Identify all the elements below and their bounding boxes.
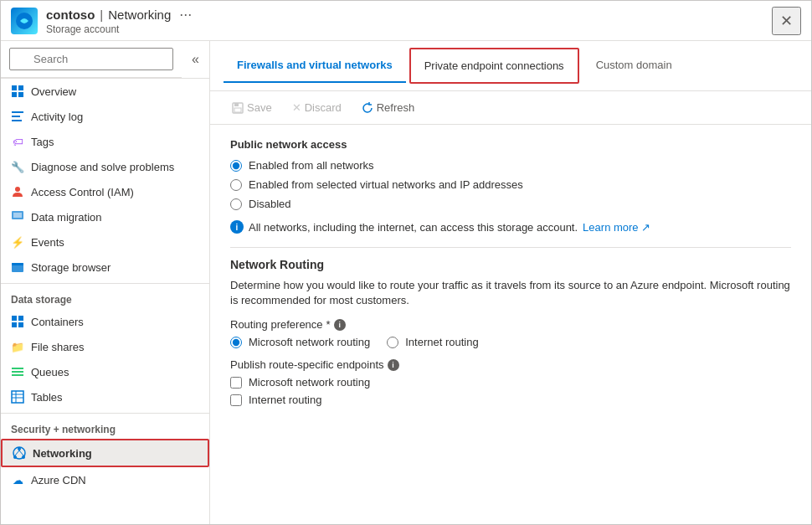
tab-private-endpoint[interactable]: Private endpoint connections — [409, 48, 579, 84]
events-icon: ⚡ — [11, 235, 24, 249]
checkbox-internet-endpoint[interactable]: Internet routing — [230, 394, 791, 406]
main-content: 🔍 « Overview Activity log — [1, 41, 811, 524]
network-access-radio-group: Enabled from all networks Enabled from s… — [230, 159, 791, 210]
svg-rect-16 — [18, 322, 23, 327]
sidebar-item-activity-log[interactable]: Activity log — [1, 104, 209, 129]
svg-rect-12 — [12, 263, 23, 265]
networking-icon — [13, 446, 26, 460]
tabs-bar: Firewalls and virtual networks Private e… — [210, 41, 811, 91]
sidebar-item-tables[interactable]: Tables — [1, 384, 209, 409]
checkbox-ms-endpoint[interactable]: Microsoft network routing — [230, 376, 791, 389]
radio-microsoft-routing[interactable]: Microsoft network routing — [230, 336, 370, 348]
radio-enabled-selected-label: Enabled from selected virtual networks a… — [249, 178, 523, 191]
routing-preference-info[interactable]: i — [334, 319, 346, 331]
sidebar-item-label: Azure CDN — [31, 474, 86, 486]
sidebar-item-label: Networking — [33, 447, 92, 460]
title-dots[interactable]: ··· — [179, 6, 192, 23]
sidebar-item-tags[interactable]: 🏷 Tags — [1, 129, 209, 154]
radio-enabled-selected[interactable]: Enabled from selected virtual networks a… — [230, 178, 791, 191]
radio-microsoft-routing-input[interactable] — [230, 337, 242, 348]
sidebar-item-file-shares[interactable]: 📁 File shares — [1, 334, 209, 359]
sidebar-item-access-control[interactable]: Access Control (IAM) — [1, 179, 209, 204]
info-text: All networks, including the internet, ca… — [249, 221, 578, 234]
discard-label: Discard — [305, 101, 342, 114]
sidebar-item-azure-cdn[interactable]: ☁ Azure CDN — [1, 467, 209, 492]
data-migration-icon — [11, 210, 24, 224]
diagnose-icon: 🔧 — [11, 160, 24, 173]
checkbox-ms-endpoint-input[interactable] — [230, 377, 242, 389]
checkbox-internet-endpoint-input[interactable] — [230, 394, 242, 406]
publish-endpoints-info[interactable]: i — [388, 359, 399, 371]
svg-rect-7 — [12, 120, 22, 121]
radio-internet-routing-label: Internet routing — [405, 336, 478, 348]
routing-preference-label: Routing preference * i — [230, 318, 791, 331]
network-routing-title: Network Routing — [230, 258, 791, 271]
storage-browser-icon — [11, 260, 24, 274]
svg-rect-18 — [12, 371, 23, 373]
title-bar: contoso | Networking ··· Storage account… — [1, 1, 811, 41]
sidebar-item-data-migration[interactable]: Data migration — [1, 204, 209, 229]
save-icon — [232, 102, 244, 114]
radio-disabled-input[interactable] — [230, 198, 242, 210]
search-input[interactable] — [9, 48, 173, 70]
close-button[interactable]: ✕ — [772, 7, 801, 35]
svg-point-26 — [13, 456, 17, 459]
search-wrapper: 🔍 — [9, 48, 173, 70]
routing-desc: Determine how you would like to route yo… — [230, 278, 791, 308]
discard-button[interactable]: ✕ Discard — [284, 98, 350, 117]
save-button[interactable]: Save — [224, 98, 280, 117]
collapse-button[interactable]: « — [182, 45, 209, 74]
svg-rect-20 — [12, 391, 23, 403]
publish-endpoints-text: Publish route-specific endpoints — [230, 358, 384, 371]
radio-enabled-all[interactable]: Enabled from all networks — [230, 159, 791, 172]
svg-rect-32 — [234, 108, 241, 112]
search-section: 🔍 — [1, 41, 182, 78]
sidebar: 🔍 « Overview Activity log — [1, 41, 210, 524]
tab-custom-domain[interactable]: Custom domain — [583, 49, 686, 83]
sidebar-item-overview[interactable]: Overview — [1, 79, 209, 104]
info-row: i All networks, including the internet, … — [230, 220, 791, 234]
section-divider — [230, 247, 791, 248]
sidebar-item-label: Tags — [31, 136, 54, 148]
radio-disabled[interactable]: Disabled — [230, 198, 791, 210]
radio-internet-routing[interactable]: Internet routing — [387, 336, 478, 348]
publish-endpoints-label: Publish route-specific endpoints i — [230, 358, 791, 371]
sidebar-item-containers[interactable]: Containers — [1, 309, 209, 334]
sidebar-item-label: Tables — [31, 391, 63, 404]
svg-rect-15 — [12, 322, 17, 327]
refresh-button[interactable]: Refresh — [353, 98, 424, 117]
svg-rect-4 — [18, 92, 23, 97]
title-subtitle: Storage account — [46, 23, 192, 35]
radio-enabled-all-input[interactable] — [230, 160, 242, 172]
learn-more-link[interactable]: Learn more ↗ — [583, 221, 650, 234]
sidebar-item-label: Overview — [31, 85, 76, 98]
title-separator: | — [100, 8, 103, 22]
sidebar-item-networking[interactable]: Networking — [1, 439, 209, 467]
info-icon: i — [230, 220, 244, 234]
svg-rect-17 — [12, 368, 23, 369]
svg-line-28 — [15, 450, 19, 456]
svg-rect-10 — [13, 213, 22, 218]
sidebar-item-queues[interactable]: Queues — [1, 359, 209, 384]
svg-rect-1 — [12, 85, 17, 90]
sidebar-item-storage-browser[interactable]: Storage browser — [1, 255, 209, 280]
radio-enabled-all-label: Enabled from all networks — [249, 159, 374, 172]
learn-more-label: Learn more — [583, 221, 638, 234]
radio-enabled-selected-input[interactable] — [230, 179, 242, 191]
routing-radio-row: Microsoft network routing Internet routi… — [230, 336, 791, 348]
tab-firewalls[interactable]: Firewalls and virtual networks — [224, 49, 406, 83]
content-area: Firewalls and virtual networks Private e… — [210, 41, 811, 524]
sidebar-item-events[interactable]: ⚡ Events — [1, 229, 209, 255]
svg-rect-19 — [12, 374, 23, 376]
sidebar-item-diagnose[interactable]: 🔧 Diagnose and solve problems — [1, 154, 209, 179]
svg-point-27 — [22, 456, 25, 459]
tables-icon — [11, 390, 24, 404]
checkbox-ms-endpoint-label: Microsoft network routing — [249, 376, 370, 389]
page-title: Networking — [108, 8, 171, 22]
sidebar-item-label: Activity log — [31, 111, 83, 123]
svg-rect-3 — [12, 92, 17, 97]
sidebar-item-label: Storage browser — [31, 261, 110, 274]
svg-rect-2 — [18, 85, 23, 90]
refresh-icon — [362, 102, 373, 114]
radio-internet-routing-input[interactable] — [387, 337, 398, 348]
